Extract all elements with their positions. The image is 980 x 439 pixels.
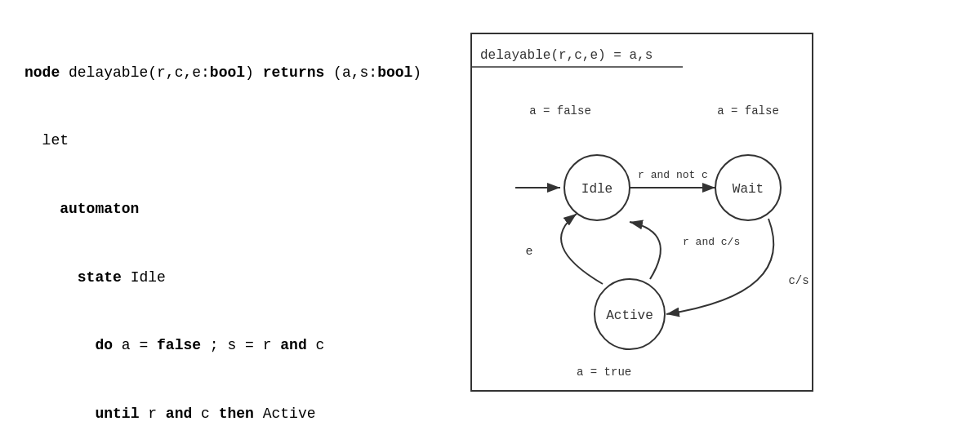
- svg-text:r and c/s: r and c/s: [683, 236, 740, 248]
- code-text: delayable(r,c,e:: [60, 64, 210, 81]
- svg-text:delayable(r,c,e) = a,s: delayable(r,c,e) = a,s: [480, 48, 653, 63]
- svg-text:a = false: a = false: [717, 104, 779, 118]
- code-block: node delayable(r,c,e:bool) returns (a,s:…: [24, 16, 421, 439]
- code-line-2: let: [24, 130, 421, 153]
- code-line-3: automaton: [24, 198, 421, 221]
- code-line-4: state Idle: [24, 267, 421, 290]
- svg-text:Idle: Idle: [581, 182, 612, 197]
- code-line-1: node delayable(r,c,e:bool) returns (a,s:…: [24, 62, 421, 85]
- keyword-bool-2: bool: [377, 64, 412, 81]
- code-text: ): [245, 64, 263, 81]
- automaton-diagram: delayable(r,c,e) = a,s Idle Wait Active …: [470, 33, 813, 392]
- svg-text:Wait: Wait: [733, 182, 764, 197]
- diagram-arrows: delayable(r,c,e) = a,s Idle Wait Active …: [470, 33, 813, 392]
- keyword-bool-1: bool: [210, 64, 245, 81]
- svg-text:a = false: a = false: [529, 104, 591, 118]
- code-line-5: do a = false ; s = r and c: [24, 335, 421, 357]
- keyword-node: node: [24, 64, 60, 81]
- svg-text:Active: Active: [606, 308, 653, 323]
- code-line-6: until r and c then Active: [24, 403, 421, 426]
- svg-text:c/s: c/s: [789, 274, 809, 287]
- svg-text:r and not c: r and not c: [638, 169, 708, 181]
- code-text: ): [412, 64, 421, 81]
- svg-text:a = true: a = true: [577, 366, 631, 379]
- keyword-returns: returns: [263, 64, 325, 81]
- code-text: (a,s:: [324, 64, 377, 81]
- svg-text:e: e: [526, 245, 533, 259]
